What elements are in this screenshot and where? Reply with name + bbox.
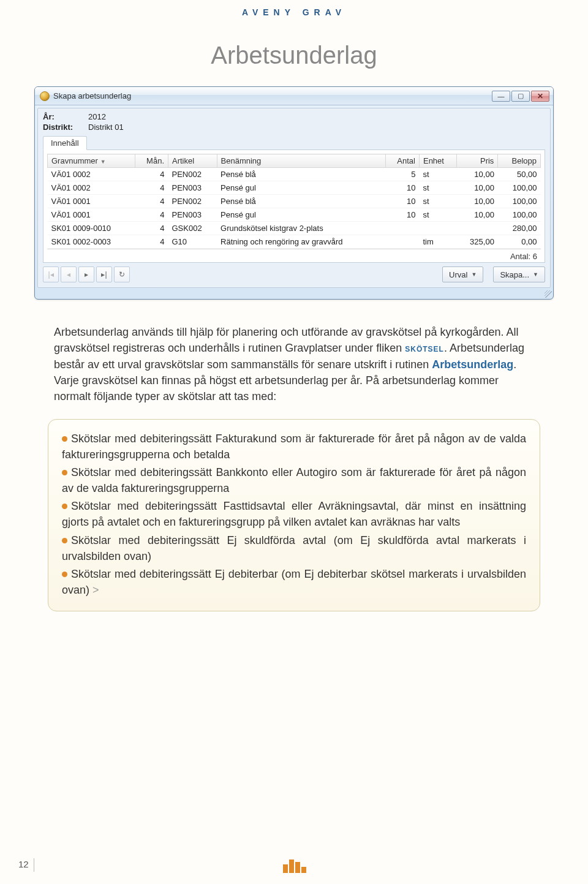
window-title: Skapa arbetsunderlag — [53, 91, 131, 100]
col-gravnummer[interactable]: Gravnummer▼ — [48, 154, 135, 168]
district-value: Distrikt 01 — [88, 123, 124, 132]
page-title: Arbetsunderlag — [0, 42, 588, 69]
chevron-down-icon: ▼ — [471, 271, 477, 278]
skapa-button[interactable]: Skapa...▼ — [493, 266, 545, 282]
grid-table: Gravnummer▼ Mån. Artikel Benämning Antal… — [47, 154, 541, 249]
list-item: Skötslar med debiteringssätt Ej skuldför… — [62, 532, 526, 564]
col-antal[interactable]: Antal — [385, 154, 419, 168]
table-row[interactable]: SK01 0009-00104GSK002Grundskötsel kistgr… — [48, 222, 541, 235]
window-skapa-arbetsunderlag: Skapa arbetsunderlag — ▢ ✕ År: 2012 Dist… — [34, 86, 554, 300]
district-label: Distrikt: — [43, 123, 88, 132]
continue-icon: > — [92, 584, 99, 596]
refresh-button[interactable]: ↻ — [114, 266, 130, 282]
grid-row-count: Antal: 6 — [47, 249, 541, 261]
keyword-arbetsunderlag: Arbetsunderlag — [432, 358, 513, 371]
page-number: 12 — [18, 858, 43, 872]
keyword-skotsel: skötsel — [405, 342, 444, 354]
col-benamning[interactable]: Benämning — [217, 154, 385, 168]
nav-next-button[interactable]: ▸ — [78, 266, 94, 282]
col-enhet[interactable]: Enhet — [419, 154, 456, 168]
col-artikel[interactable]: Artikel — [168, 154, 217, 168]
bullet-icon — [62, 504, 67, 509]
year-label: År: — [43, 112, 88, 121]
list-item: Skötslar med debiteringssätt Fasttidsavt… — [62, 498, 526, 530]
bullet-icon — [62, 572, 67, 577]
col-pris[interactable]: Pris — [457, 154, 498, 168]
bullet-icon — [62, 538, 67, 543]
titlebar: Skapa arbetsunderlag — ▢ ✕ — [35, 87, 553, 105]
table-row[interactable]: SK01 0002-00034G10Rätning och rengöring … — [48, 235, 541, 249]
footer-logo-icon — [283, 857, 305, 873]
page-footer: 12 — [0, 857, 588, 873]
table-row[interactable]: VÄ01 00024PEN002Pensé blå5st10,0050,00 — [48, 168, 541, 181]
chevron-down-icon: ▼ — [533, 271, 538, 278]
table-row[interactable]: VÄ01 00024PEN003Pensé gul10st10,00100,00 — [48, 181, 541, 195]
close-button[interactable]: ✕ — [531, 91, 549, 102]
list-item: Skötslar med debiteringssätt Ej debiterb… — [62, 566, 526, 598]
table-row[interactable]: VÄ01 00014PEN002Pensé blå10st10,00100,00 — [48, 195, 541, 208]
nav-first-button[interactable]: |◂ — [43, 266, 59, 282]
bullet-icon — [62, 470, 67, 475]
bullet-icon — [62, 436, 67, 442]
sort-desc-icon: ▼ — [100, 159, 106, 165]
body-text: Arbetsunderlag används till hjälp för pl… — [54, 324, 534, 404]
tab-innehall[interactable]: Innehåll — [43, 136, 87, 150]
list-item: Skötslar med debiteringssätt Fakturakund… — [62, 431, 526, 463]
minimize-button[interactable]: — — [492, 91, 510, 102]
app-icon — [40, 91, 50, 101]
col-man[interactable]: Mån. — [135, 154, 168, 168]
urval-button[interactable]: Urval▼ — [442, 266, 483, 282]
nav-last-button[interactable]: ▸| — [96, 266, 112, 282]
col-belopp[interactable]: Belopp — [498, 154, 541, 168]
table-row[interactable]: VÄ01 00014PEN003Pensé gul10st10,00100,00 — [48, 208, 541, 222]
nav-prev-button[interactable]: ◂ — [61, 266, 77, 282]
page-header: AVENY GRAV — [0, 0, 588, 17]
maximize-button[interactable]: ▢ — [511, 91, 530, 102]
resize-grip-icon[interactable] — [35, 290, 553, 299]
list-item: Skötslar med debiteringssätt Bankkonto e… — [62, 464, 526, 496]
year-value: 2012 — [88, 112, 106, 121]
callout-box: Skötslar med debiteringssätt Fakturakund… — [48, 419, 540, 611]
